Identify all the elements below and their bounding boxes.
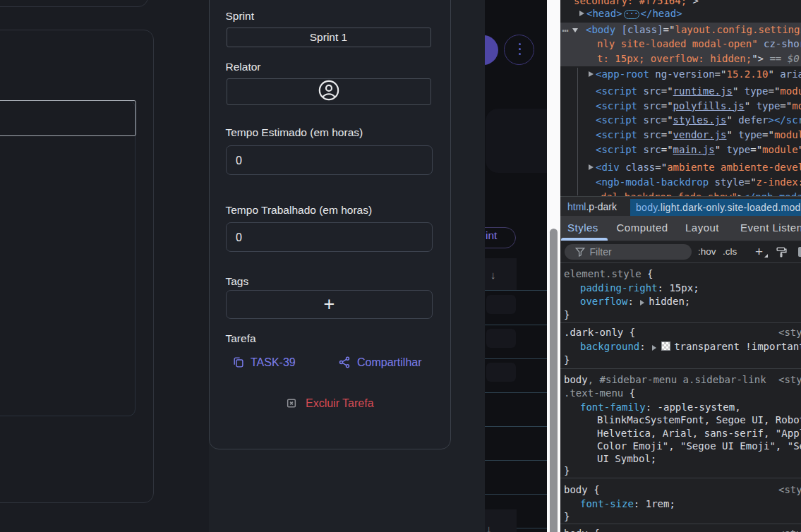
element-tree-row[interactable]: <app-root ng-version="15.2.10" aria-hidd… [596, 68, 801, 80]
css-rule-row[interactable]: element.style { [564, 268, 653, 279]
element-tree-row[interactable]: <script src="vendor.js" type="module"> [596, 129, 801, 140]
css-rule-row[interactable]: font-family: -apple-system, [580, 401, 741, 413]
css-rule-row[interactable]: UI Symbol; [597, 453, 656, 464]
styles-toolbar: Filter :hov .cls + [560, 241, 801, 263]
css-rule-row[interactable]: padding-right: 15px; [580, 282, 699, 294]
code-segment-txt: =" [768, 85, 780, 97]
style-source-link[interactable]: <style> [778, 327, 801, 338]
code-segment-attr: type [757, 100, 781, 111]
css-rule-row[interactable]: font-size: 1rem; [580, 498, 675, 509]
rule-divider [560, 322, 801, 323]
code-segment-txt: =" [745, 176, 757, 188]
css-rule-row[interactable]: body { [564, 484, 600, 495]
code-segment-txt [758, 38, 764, 49]
code-segment-attr: type [738, 129, 762, 140]
element-tree-row[interactable]: <ngb-modal-backdrop style="z-index: 1050 [596, 176, 801, 188]
code-segment-tag: <head> [586, 8, 622, 19]
expand-longhands-icon[interactable] [652, 345, 656, 351]
expand-arrow-icon[interactable] [589, 164, 594, 170]
page-scrollbar-thumb[interactable] [550, 229, 558, 532]
tab-computed[interactable]: Computed [617, 216, 668, 240]
table-header-cell [485, 258, 517, 290]
element-tree-row[interactable]: dal-backdrop fade show"></ngb-modal-back… [601, 191, 801, 196]
element-tree-row[interactable]: <head>···</head> [586, 8, 682, 19]
code-segment-attr: src [643, 144, 661, 155]
code-segment-txt: " [733, 85, 745, 97]
kebab-dot [519, 53, 521, 55]
code-segment-prop: font-size [580, 498, 634, 509]
tempo-estimado-input[interactable]: 0 [226, 145, 433, 176]
share-button[interactable]: Compartilhar [338, 356, 422, 369]
css-rule-row[interactable]: BlinkMacSystemFont, Segoe UI, Roboto, [597, 414, 801, 425]
relator-input[interactable] [227, 78, 431, 105]
collapse-arrow-icon[interactable] [572, 28, 578, 32]
code-segment-wht: hidden; [649, 296, 690, 307]
element-tree-row[interactable]: <script src="polyfills.js" type="module"… [596, 100, 801, 111]
css-rule-row[interactable]: } [564, 465, 570, 476]
person-circle-icon [318, 79, 339, 104]
css-rule-row[interactable]: .text-menu { [564, 387, 635, 399]
filter-placeholder: Filter [590, 244, 612, 260]
task-id-link[interactable]: TASK-39 [232, 356, 296, 369]
code-segment-attr: class [625, 162, 655, 173]
element-tree-row[interactable]: <script src="main.js" type="module"></sc… [596, 144, 801, 155]
tags-add-button[interactable]: + [226, 290, 433, 319]
rendering-emulation-icon[interactable] [776, 246, 788, 258]
style-source-link[interactable]: <style> [778, 374, 801, 385]
element-classes-button[interactable]: .cls [723, 241, 737, 262]
new-style-rule-button[interactable]: + [752, 241, 766, 262]
element-overflow-menu-icon[interactable]: … [562, 22, 569, 35]
focused-input-box[interactable] [0, 100, 136, 136]
delete-task-button[interactable]: Excluir Tarefa [286, 397, 374, 410]
sprint-input[interactable]: Sprint 1 [227, 28, 431, 47]
css-rule-row[interactable]: body, #sidebar-menu a.sidebar-link [564, 374, 766, 385]
tab-layout[interactable]: Layout [685, 216, 719, 240]
kebab-menu-button[interactable] [504, 35, 534, 65]
expand-longhands-icon[interactable] [640, 300, 644, 306]
css-rule-row[interactable]: overflow: hidden; [580, 296, 690, 307]
page-scrollbar-track[interactable] [547, 0, 560, 532]
element-tree-row[interactable]: <body [class]="layout.config.settings [586, 24, 801, 35]
expand-arrow-icon[interactable] [579, 11, 584, 16]
element-tree-row[interactable]: secondary: #f75164; > [574, 0, 699, 6]
element-tree-row[interactable]: <div class="ambiente ambiente-develop [596, 162, 801, 173]
css-rule-row[interactable]: .dark-only { [564, 327, 635, 338]
code-segment-txt: =" [715, 68, 727, 80]
tab-styles[interactable]: Styles [567, 216, 598, 240]
css-rule-row[interactable]: background: transparent !important; [580, 341, 801, 352]
transparent-color-swatch[interactable] [661, 341, 670, 351]
code-segment-txt: =" [750, 144, 762, 155]
code-segment-txt [620, 162, 625, 173]
tempo-trabalhado-input[interactable]: 0 [226, 222, 433, 253]
avatar-circle-button[interactable] [485, 35, 498, 65]
breadcrumb-body-selected[interactable]: body.light.dark-only.site-loaded.modal-o… [630, 199, 801, 217]
expand-arrow-icon[interactable] [589, 71, 594, 77]
element-tree-row[interactable]: nly site-loaded modal-open" cz-shortcut [597, 38, 801, 49]
css-rule-row[interactable]: body { [564, 528, 600, 532]
toggle-element-state-button[interactable]: :hov [698, 241, 716, 262]
breadcrumb-html[interactable]: html.p-dark [567, 197, 617, 217]
sort-arrow-icon-2[interactable]: ↓ [486, 523, 492, 532]
code-segment-wht: .dark-only { [564, 327, 635, 338]
rule-divider [560, 478, 801, 478]
element-tree-row[interactable]: <script src="styles.js" defer></script> [596, 114, 801, 126]
expand-children-badge[interactable]: ··· [624, 10, 639, 19]
style-source-link[interactable]: <style> [778, 484, 801, 495]
code-segment-prop: overflow [580, 296, 627, 307]
style-source-link[interactable]: <style> [778, 528, 801, 532]
code-segment-attr: ng-version [655, 68, 714, 80]
code-segment-attr: src [643, 114, 661, 126]
css-rule-row[interactable]: } [564, 309, 570, 320]
sort-arrow-icon[interactable]: ↓ [490, 269, 496, 281]
element-tree-row[interactable]: t: 15px; overflow: hidden;"> == $0 [597, 53, 800, 64]
css-rule-row[interactable]: } [564, 511, 570, 522]
sidebar-toggle-icon[interactable] [798, 247, 801, 257]
css-rule-row[interactable]: Helvetica, Arial, sans-serif, "Apple [597, 428, 801, 439]
table-row-divider [485, 460, 547, 461]
css-rule-row[interactable]: Color Emoji", "Segoe UI Emoji", "Segoe [597, 440, 801, 452]
element-tree-row[interactable]: <script src="runtime.js" type="module"> [596, 85, 801, 97]
breadcrumb-node-name: html [567, 201, 586, 212]
breadcrumb-classes: .p-dark [586, 201, 617, 212]
css-rule-row[interactable]: } [564, 354, 570, 365]
tab-event-listeners[interactable]: Event Listeners [740, 216, 801, 240]
